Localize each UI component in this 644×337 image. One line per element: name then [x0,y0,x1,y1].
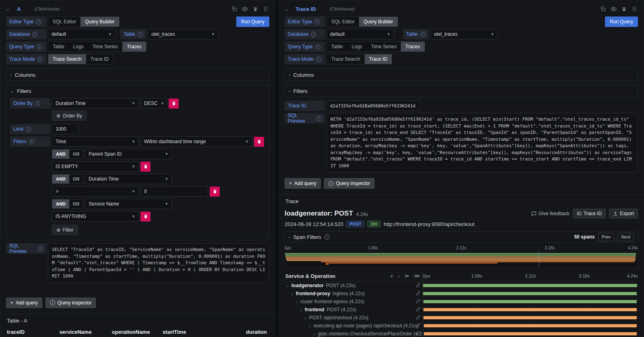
span-duration-bar[interactable] [423,308,637,311]
remove-filter-button[interactable] [254,137,264,147]
remove-condition-button[interactable] [140,212,151,222]
span-duration-bar[interactable] [423,300,637,303]
condition-operator-select[interactable]: IS ANYTHING▼ [52,211,139,222]
add-query-button[interactable]: +Add query [285,178,321,189]
span-duration-bar[interactable] [424,332,637,335]
filters-section-toggle[interactable]: ⌄Filters [10,87,265,95]
column-header-traceID[interactable]: traceID [6,327,58,337]
info-icon[interactable]: i [138,32,143,37]
chevron-down-icon[interactable]: ⌄ [295,300,300,304]
span-link-icon[interactable] [416,283,421,289]
span-link-icon[interactable] [416,323,421,329]
copy-icon[interactable] [231,5,238,12]
info-icon[interactable]: i [32,32,37,37]
radio-option-table[interactable]: Table [327,42,347,51]
and-or-toggle[interactable]: ANDOR [52,174,83,184]
next-button[interactable]: Next [617,233,634,241]
query-inspector-button[interactable]: iQuery inspector [45,298,96,308]
info-icon[interactable]: i [29,139,34,144]
order-by-direction-select[interactable]: DESC▼ [140,98,167,109]
add-order-by-button[interactable]: ⊕Order By [52,111,87,121]
info-icon[interactable]: i [37,44,42,49]
limit-input[interactable]: 1000 [52,124,78,134]
filter-field-select[interactable]: Time▼ [52,136,139,147]
expand-one-icon[interactable]: › [398,274,400,279]
database-select[interactable]: default▼ [48,29,116,39]
span-row[interactable]: ⌄frontendPOST (4.22s) [285,306,638,314]
trash-icon[interactable] [620,5,627,12]
radio-option-traces[interactable]: Traces [401,42,424,51]
drag-handle-icon[interactable] [262,5,269,12]
span-link-icon[interactable] [416,315,421,321]
radio-option-query-builder[interactable]: Query Builder [359,17,397,27]
span-row[interactable]: ⌄router frontend egress (4.22s) [285,298,638,306]
filter-operator-select[interactable]: Within dashboard time range▼ [140,136,252,147]
span-duration-bar[interactable] [423,316,637,319]
query-inspector-button[interactable]: iQuery inspector [324,178,375,189]
radio-option-logs[interactable]: Logs [69,42,88,51]
join-or[interactable]: OR [69,150,83,158]
column-header-startTime[interactable]: startTime [162,327,232,337]
order-by-field-select[interactable]: Duration Time▼ [52,98,139,109]
span-row[interactable]: ⌄executing api route (pages) /api/checko… [285,322,638,330]
chevron-down-icon[interactable]: ⌄ [291,292,296,296]
chevron-down-icon[interactable]: ⌄ [286,284,291,288]
info-icon[interactable]: i [37,57,43,62]
trash-icon[interactable] [252,5,259,12]
filters-section-toggle[interactable]: ›Filters [289,87,634,95]
join-or[interactable]: OR [69,175,83,183]
eye-icon[interactable] [610,5,617,12]
radio-option-logs[interactable]: Logs [347,42,367,51]
collapse-one-icon[interactable]: ∨ [390,273,393,279]
radio-option-trace-search[interactable]: Trace Search [327,54,365,64]
give-feedback-link[interactable]: Give feedback [531,211,570,216]
span-row[interactable]: ⌄POST /api/checkout (4.22s) [285,314,638,322]
prev-button[interactable]: Prev [598,233,615,241]
trace-panel-title[interactable]: Trace [285,195,638,207]
radio-option-time-series[interactable]: Time Series [367,42,401,51]
info-icon[interactable]: i [324,234,330,240]
info-icon[interactable]: i [316,116,322,121]
run-query-button[interactable]: Run Query [605,16,638,27]
table-select[interactable]: otel_traces▼ [430,29,498,39]
columns-section-toggle[interactable]: ›Columns [289,71,634,79]
database-select[interactable]: default▼ [326,29,394,39]
info-icon[interactable]: i [26,127,31,132]
info-icon[interactable]: i [420,32,425,37]
chevron-right-icon[interactable]: › [289,234,290,239]
columns-section-toggle[interactable]: ›Columns [10,71,265,79]
span-duration-bar[interactable] [424,324,637,327]
chevron-down-icon[interactable]: ⌄ [308,324,314,328]
join-and[interactable]: AND [52,175,69,183]
span-link-icon[interactable] [416,307,421,313]
eye-icon[interactable] [241,5,248,12]
span-link-icon[interactable] [416,331,421,337]
collapse-all-icon[interactable]: ≫ [405,273,409,279]
span-duration-bar[interactable] [423,284,637,287]
radio-option-table[interactable]: Table [48,42,69,51]
trace-minimap[interactable] [285,251,638,267]
trace-id-input[interactable]: d2a7155ef6a928a05680e5ff6190241d [326,101,420,111]
info-icon[interactable]: i [36,19,41,25]
copy-icon[interactable] [599,5,607,12]
remove-condition-button[interactable] [210,187,220,197]
column-header-duration[interactable]: duration [232,327,269,337]
radio-option-query-builder[interactable]: Query Builder [80,17,119,27]
column-header-serviceName[interactable]: serviceName [58,327,111,337]
chevron-down-icon[interactable]: ⌄ [304,316,309,320]
run-query-button[interactable]: Run Query [236,16,269,27]
radio-option-trace-id[interactable]: Trace ID [365,54,392,64]
radio-option-trace-id[interactable]: Trace ID [86,54,114,64]
chevron-down-icon[interactable]: ⌄ [285,6,288,12]
export-button[interactable]: Export [609,209,638,218]
table-select[interactable]: otel_traces▼ [148,29,219,39]
condition-field-select[interactable]: Parent Span ID▼ [85,149,172,159]
span-link-icon[interactable] [416,291,421,297]
chevron-down-icon[interactable]: ⌄ [6,6,10,12]
join-and[interactable]: AND [52,199,69,208]
chevron-down-icon[interactable]: ⌄ [299,308,305,312]
radio-option-time-series[interactable]: Time Series [88,42,123,51]
condition-field-select[interactable]: Service Name▼ [85,199,172,209]
condition-value-input[interactable]: 0 [140,186,208,197]
radio-option-sql-editor[interactable]: SQL Editor [48,17,80,27]
